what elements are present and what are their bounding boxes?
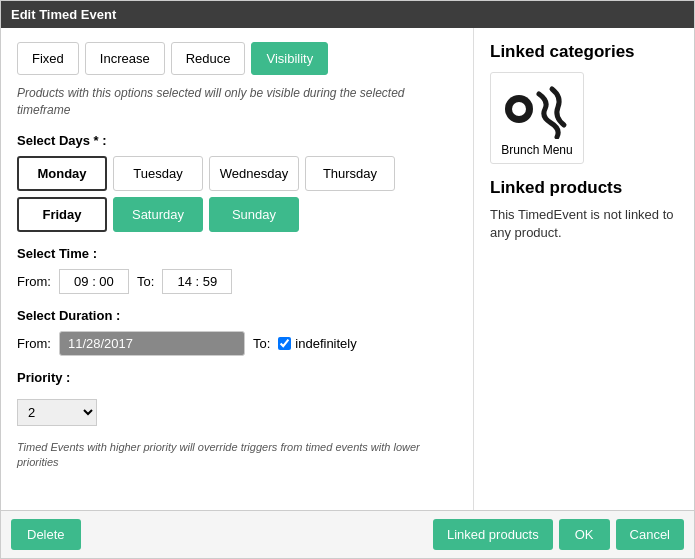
type-buttons: Fixed Increase Reduce Visibility	[17, 42, 457, 75]
linked-categories-title: Linked categories	[490, 42, 678, 62]
category-logo	[497, 79, 577, 139]
day-monday[interactable]: Monday	[17, 156, 107, 191]
svg-point-2	[512, 102, 526, 116]
priority-note: Timed Events with higher priority will o…	[17, 440, 457, 471]
time-section: Select Time : From: To:	[17, 246, 457, 294]
duration-row: From: To: indefinitely	[17, 331, 457, 356]
time-from-input[interactable]	[59, 269, 129, 294]
duration-from-label: From:	[17, 336, 51, 351]
type-fixed-button[interactable]: Fixed	[17, 42, 79, 75]
duration-from-input[interactable]	[59, 331, 245, 356]
indefinitely-label: indefinitely	[295, 336, 356, 351]
time-to-input[interactable]	[162, 269, 232, 294]
type-increase-button[interactable]: Increase	[85, 42, 165, 75]
time-to-label: To:	[137, 274, 154, 289]
ok-button[interactable]: OK	[559, 519, 610, 550]
day-wednesday[interactable]: Wednesday	[209, 156, 299, 191]
priority-select[interactable]: 2 1 3	[17, 399, 97, 426]
day-saturday[interactable]: Saturday	[113, 197, 203, 232]
indefinitely-checkbox[interactable]	[278, 337, 291, 350]
category-card: Brunch Menu	[490, 72, 584, 164]
dialog: Edit Timed Event Fixed Increase Reduce V…	[0, 0, 695, 559]
day-sunday[interactable]: Sunday	[209, 197, 299, 232]
day-friday[interactable]: Friday	[17, 197, 107, 232]
type-visibility-button[interactable]: Visibility	[251, 42, 328, 75]
duration-to-label: To:	[253, 336, 270, 351]
duration-label: Select Duration :	[17, 308, 457, 323]
description-text: Products with this options selected will…	[17, 85, 457, 119]
time-from-label: From:	[17, 274, 51, 289]
linked-products-title: Linked products	[490, 178, 678, 198]
time-row: From: To:	[17, 269, 457, 294]
dialog-title: Edit Timed Event	[1, 1, 694, 28]
day-thursday[interactable]: Thursday	[305, 156, 395, 191]
footer-left: Delete	[11, 519, 81, 550]
time-label: Select Time :	[17, 246, 457, 261]
category-logo-svg	[497, 79, 577, 139]
right-panel: Linked categories Brunch Menu Linked pro	[474, 28, 694, 510]
category-name: Brunch Menu	[497, 143, 577, 157]
indefinitely-wrap: indefinitely	[278, 336, 356, 351]
type-reduce-button[interactable]: Reduce	[171, 42, 246, 75]
left-panel: Fixed Increase Reduce Visibility Product…	[1, 28, 474, 510]
footer-right: Linked products OK Cancel	[433, 519, 684, 550]
duration-section: Select Duration : From: To: indefinitely	[17, 308, 457, 356]
days-grid: Monday Tuesday Wednesday Thursday Friday…	[17, 156, 457, 232]
days-label: Select Days * :	[17, 133, 457, 148]
day-tuesday[interactable]: Tuesday	[113, 156, 203, 191]
footer: Delete Linked products OK Cancel	[1, 510, 694, 558]
delete-button[interactable]: Delete	[11, 519, 81, 550]
linked-products-button[interactable]: Linked products	[433, 519, 553, 550]
cancel-button[interactable]: Cancel	[616, 519, 684, 550]
priority-section: Priority : 2 1 3	[17, 370, 457, 426]
priority-label: Priority :	[17, 370, 457, 385]
linked-products-note: This TimedEvent is not linked to any pro…	[490, 206, 678, 242]
dialog-body: Fixed Increase Reduce Visibility Product…	[1, 28, 694, 510]
